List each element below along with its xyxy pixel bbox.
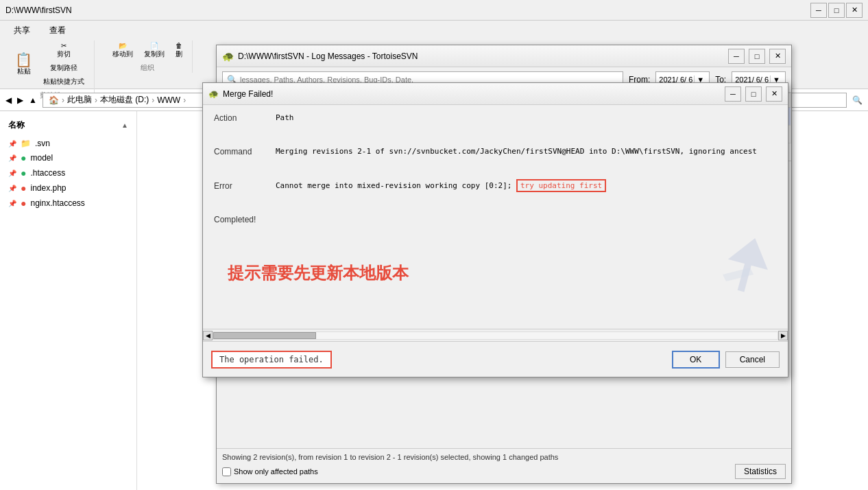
breadcrumb-folder[interactable]: WWW (157, 95, 180, 105)
move-icon: 📂 (119, 42, 127, 49)
merge-scrollbar[interactable]: ◀ ▶ (203, 329, 788, 341)
list-item[interactable]: 📌 ● index.php (0, 180, 136, 196)
copy-path-btn[interactable]: 复制路径 (39, 62, 88, 74)
breadcrumb-pc[interactable]: 此电脑 (67, 94, 92, 106)
breadcrumb-drive[interactable]: 本地磁盘 (D:) (100, 94, 149, 106)
copy-path-label: 复制路径 (50, 63, 77, 73)
svn-icon-4: ● (21, 183, 26, 194)
show-affected-checkbox[interactable] (222, 467, 231, 476)
list-item[interactable]: 📌 📁 .svn (0, 137, 136, 150)
merge-close-btn[interactable]: ✕ (766, 86, 782, 102)
merge-content: Action Path Command Merging revisions 2-… (203, 105, 788, 344)
log-title: D:\WWW\firstSVN - Log Messages - Tortois… (238, 51, 724, 61)
cut-btn[interactable]: ✂ 剪切 (39, 40, 88, 60)
svn-icon-5: ● (21, 198, 26, 209)
operation-failed-box: The operation failed. (211, 351, 332, 369)
sidebar-title: 名称 ▲ (0, 117, 136, 134)
ribbon-btns: 📋 粘贴 ✂ 剪切 复制路径 粘贴快捷方式 (11, 40, 88, 88)
file-name-2: model (30, 153, 53, 163)
file-name-1: .svn (35, 139, 50, 148)
log-maximize-btn[interactable]: □ (749, 49, 765, 64)
pin-icon-3: 📌 (8, 170, 16, 177)
move-btn[interactable]: 📂 移动到 (108, 40, 137, 60)
error-value: Cannot merge into mixed-revision working… (270, 178, 782, 212)
action-row: Action Path (208, 110, 782, 144)
log-close-btn[interactable]: ✕ (769, 49, 786, 64)
file-name-3: .htaccess (30, 168, 65, 178)
ribbon-group-clipboard: 📋 粘贴 ✂ 剪切 复制路径 粘贴快捷方式 (5, 40, 95, 100)
organize-label: 组织 (141, 63, 154, 73)
action-label: Action (208, 110, 270, 144)
show-affected-label[interactable]: Show only affected paths (222, 467, 318, 476)
command-row: Command Merging revisions 2-1 of svn://s… (208, 144, 782, 178)
list-item[interactable]: 📌 ● .htaccess (0, 165, 136, 180)
pin-icon-5: 📌 (8, 200, 16, 207)
explorer-titlebar: D:\WWW\firstSVN ─ □ ✕ (0, 0, 868, 21)
list-item[interactable]: 📌 ● model (0, 150, 136, 165)
cut-icon: ✂ (61, 42, 67, 49)
paste-shortcut-btn[interactable]: 粘贴快捷方式 (39, 75, 88, 88)
annotation-text: 提示需要先更新本地版本 (214, 262, 777, 284)
list-item[interactable]: 📌 ● nginx.htaccess (0, 196, 136, 211)
statistics-btn[interactable]: Statistics (735, 464, 786, 479)
maximize-btn[interactable]: □ (828, 3, 845, 18)
paste-icon: 📋 (15, 53, 32, 67)
move-label: 移动到 (112, 49, 133, 59)
explorer-title: D:\WWW\firstSVN (5, 5, 72, 15)
annotation-row: 提示需要先更新本地版本 (208, 246, 782, 338)
paste-btn[interactable]: 📋 粘贴 (11, 51, 36, 78)
merge-minimize-btn[interactable]: ─ (725, 86, 741, 102)
paste-label: 粘贴 (17, 67, 31, 76)
ok-button[interactable]: OK (672, 351, 720, 369)
log-bottom: Showing 2 revision(s), from revision 1 t… (217, 448, 791, 483)
sidebar-name-label: 名称 (8, 119, 25, 131)
svn-icon-3: ● (21, 167, 26, 178)
show-affected-text: Show only affected paths (234, 467, 318, 476)
breadcrumb-arrow-3: › (152, 95, 154, 105)
completed-value (270, 212, 782, 246)
merge-tortoise-icon: 🐢 (208, 89, 219, 99)
error-row: Error Cannot merge into mixed-revision w… (208, 178, 782, 212)
log-minimize-btn[interactable]: ─ (728, 49, 745, 64)
scroll-right-btn[interactable]: ▶ (778, 331, 788, 340)
organize-btns: 📂 移动到 📄 复制到 🗑 删 (108, 40, 186, 60)
scroll-left-btn[interactable]: ◀ (203, 331, 213, 340)
delete-label: 删 (176, 49, 182, 59)
command-label: Command (208, 144, 270, 178)
merge-dialog: 🐢 Merge Failed! ─ □ ✕ Action Path Comman… (202, 82, 788, 377)
scroll-thumb[interactable] (213, 332, 316, 339)
action-value: Path (270, 110, 782, 144)
log-status: Showing 2 revision(s), from revision 1 t… (222, 453, 786, 461)
cancel-button[interactable]: Cancel (725, 351, 780, 368)
merge-table: Action Path Command Merging revisions 2-… (208, 110, 782, 338)
merge-bottom: The operation failed. OK Cancel (203, 341, 788, 377)
ribbon-group-organize: 📂 移动到 📄 复制到 🗑 删 组织 (103, 40, 193, 73)
log-checkbox-row: Show only affected paths Statistics (222, 464, 786, 479)
error-text-before: Cannot merge into mixed-revision working… (276, 181, 511, 190)
copy-icon: 📄 (150, 42, 158, 49)
forward-icon[interactable]: ▶ (17, 95, 23, 105)
command-value: Merging revisions 2-1 of svn://svnbucket… (270, 144, 782, 178)
search-icon: 🔍 (852, 95, 863, 105)
merge-titlebar: 🐢 Merge Failed! ─ □ ✕ (203, 83, 788, 105)
sidebar: 名称 ▲ 📌 📁 .svn 📌 ● model 📌 ● .htaccess (0, 111, 137, 490)
error-highlight: try updating first (516, 179, 606, 192)
merge-maximize-btn[interactable]: □ (745, 86, 762, 102)
minimize-btn[interactable]: ─ (810, 3, 827, 18)
delete-btn[interactable]: 🗑 删 (171, 40, 186, 60)
breadcrumb-home[interactable]: 🏠 (49, 95, 59, 105)
ribbon-tab-share[interactable]: 共享 (5, 23, 38, 38)
delete-icon: 🗑 (176, 42, 182, 49)
back-icon[interactable]: ◀ (5, 95, 12, 105)
copy-btn[interactable]: 📄 复制到 (140, 40, 169, 60)
file-name-5: nginx.htaccess (30, 198, 84, 208)
pin-icon-4: 📌 (8, 185, 16, 192)
copy-label: 复制到 (144, 49, 165, 59)
completed-row: Completed! (208, 212, 782, 246)
completed-label: Completed! (208, 212, 270, 246)
annotation-cell: 提示需要先更新本地版本 (208, 246, 782, 338)
pin-icon-2: 📌 (8, 154, 16, 162)
ribbon-tab-view[interactable]: 查看 (41, 23, 74, 38)
up-icon[interactable]: ▲ (29, 95, 37, 105)
close-btn[interactable]: ✕ (846, 3, 863, 18)
